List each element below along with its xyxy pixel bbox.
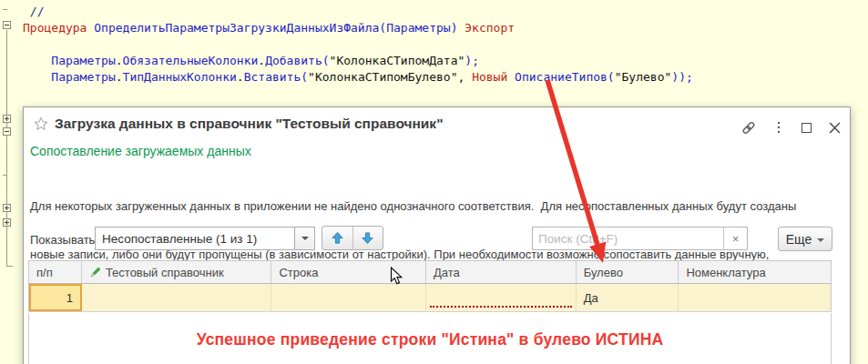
code-line[interactable]: Параметры.ОбязательныеКолонки.Добавить("… bbox=[23, 53, 868, 69]
filter-dropdown-value: Несопоставленные (1 из 1) bbox=[96, 232, 294, 246]
search-input[interactable] bbox=[533, 228, 723, 249]
cell-test-ref[interactable] bbox=[82, 284, 272, 311]
move-buttons bbox=[322, 226, 383, 250]
cell-bulevo[interactable]: Да bbox=[577, 284, 679, 311]
move-down-button[interactable] bbox=[352, 227, 383, 249]
more-button[interactable]: Еще bbox=[778, 227, 832, 251]
chevron-down-icon bbox=[301, 237, 309, 240]
gutter-corner bbox=[6, 266, 13, 267]
mapping-table: п/п Тестовый справочник Строка Дата bbox=[28, 260, 832, 312]
table-row: 1 Да bbox=[28, 284, 832, 312]
cell-num-selected[interactable]: 1 bbox=[29, 284, 82, 311]
gutter-line bbox=[6, 30, 7, 267]
required-field-underline bbox=[430, 306, 572, 308]
maximize-icon[interactable] bbox=[798, 119, 814, 136]
gutter-tick bbox=[3, 9, 7, 10]
gutter-tick bbox=[3, 175, 7, 176]
filter-dropdown-button[interactable] bbox=[294, 228, 314, 249]
more-button-label: Еще bbox=[786, 232, 812, 247]
fold-collapse-icon[interactable] bbox=[3, 21, 11, 29]
fold-expand-icon[interactable] bbox=[3, 115, 11, 123]
section-title: Сопоставление загружаемых данных bbox=[30, 144, 251, 158]
fold-collapse-icon[interactable] bbox=[3, 127, 11, 136]
arrow-up-icon bbox=[331, 231, 344, 245]
code-line[interactable]: Процедура ОпределитьПараметрыЗагрузкиДан… bbox=[23, 20, 868, 36]
column-header-num[interactable]: п/п bbox=[29, 261, 82, 283]
table-header-row: п/п Тестовый справочник Строка Дата bbox=[28, 260, 832, 284]
arrow-down-icon bbox=[361, 231, 374, 245]
move-up-button[interactable] bbox=[322, 227, 352, 249]
close-icon[interactable] bbox=[826, 119, 842, 136]
code-line[interactable]: Параметры.ТипДанныхКолонки.Вставить("Кол… bbox=[23, 69, 868, 86]
dialog-title: Загрузка данных в справочник "Тестовый с… bbox=[55, 116, 443, 132]
search-clear-button[interactable]: × bbox=[723, 228, 747, 249]
fold-expand-icon[interactable] bbox=[3, 218, 11, 227]
column-header-nomenklatura[interactable]: Номенклатура bbox=[679, 261, 831, 283]
column-header-bulevo[interactable]: Булево bbox=[577, 261, 679, 283]
column-header-stroka[interactable]: Строка bbox=[271, 261, 426, 283]
link-icon[interactable] bbox=[740, 119, 757, 136]
cell-nomenklatura[interactable] bbox=[679, 284, 831, 311]
load-data-dialog: Загрузка данных в справочник "Тестовый с… bbox=[23, 106, 851, 364]
pencil-icon bbox=[89, 267, 101, 278]
search-box: × bbox=[532, 227, 748, 250]
code-line[interactable]: // bbox=[23, 4, 868, 20]
cell-stroka[interactable] bbox=[271, 284, 426, 311]
code-line[interactable] bbox=[23, 36, 868, 53]
column-header-test-ref[interactable]: Тестовый справочник bbox=[82, 261, 272, 283]
description-line: Для некоторых загруженных данных в прило… bbox=[30, 198, 796, 215]
screen: //Процедура ОпределитьПараметрыЗагрузкиД… bbox=[0, 0, 868, 364]
fold-expand-icon[interactable] bbox=[3, 204, 11, 212]
cell-data[interactable] bbox=[426, 284, 577, 311]
annotation-text: Успешное приведение строки "Истина" в бу… bbox=[28, 330, 832, 349]
more-menu-icon[interactable] bbox=[771, 119, 787, 136]
show-label: Показывать: bbox=[30, 233, 98, 247]
chevron-down-icon bbox=[817, 238, 824, 242]
column-header-data[interactable]: Дата bbox=[426, 261, 577, 283]
filter-dropdown[interactable]: Несопоставленные (1 из 1) bbox=[95, 227, 315, 250]
favorite-star-icon[interactable] bbox=[33, 116, 49, 132]
code-area[interactable]: //Процедура ОпределитьПараметрыЗагрузкиД… bbox=[23, 4, 868, 86]
